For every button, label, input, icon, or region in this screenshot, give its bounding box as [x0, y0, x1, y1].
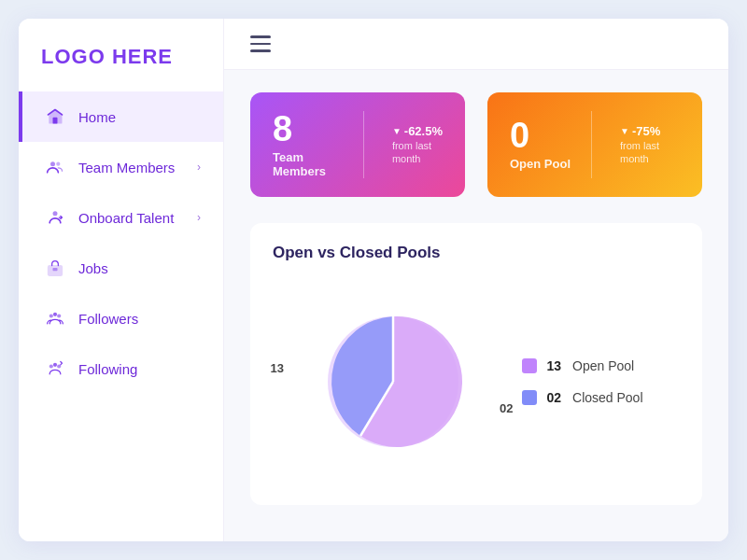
svg-point-9: [49, 364, 53, 368]
team-members-change-sub2: month: [392, 153, 421, 164]
svg-point-10: [53, 363, 57, 367]
sidebar-item-followers[interactable]: Followers: [19, 293, 223, 343]
logo: LOGO HERE: [19, 19, 223, 91]
chart-section: Open vs Closed Pools 13: [250, 223, 702, 505]
svg-rect-0: [53, 118, 58, 124]
open-pool-meta: ▼ -75% from last month: [620, 124, 660, 164]
sidebar-nav: Home Team Members ›: [19, 91, 223, 394]
open-pool-main: 0 Open Pool: [510, 118, 571, 171]
sidebar-item-onboard-talent[interactable]: Onboard Talent ›: [19, 192, 223, 243]
topbar: [224, 19, 728, 70]
team-members-number: 8: [273, 111, 343, 147]
stat-divider-1: [363, 111, 364, 178]
legend-item-open: 13 Open Pool: [522, 358, 642, 373]
sidebar-item-home[interactable]: Home: [19, 91, 223, 142]
team-members-meta: ▼ -62.5% from last month: [392, 124, 443, 164]
chart-area: 13: [273, 279, 680, 484]
down-triangle-icon: ▼: [392, 126, 402, 136]
sidebar-item-onboard-talent-label: Onboard Talent: [78, 210, 174, 226]
onboard-icon: [45, 207, 65, 228]
team-members-card: 8 Team Members ▼ -62.5% from last month: [250, 92, 465, 197]
hamburger-line-3: [250, 49, 271, 52]
followers-icon: [45, 308, 65, 329]
svg-point-1: [50, 161, 55, 166]
app-container: LOGO HERE Home: [19, 19, 728, 541]
team-members-label: Team Members: [273, 150, 343, 178]
svg-rect-5: [53, 268, 58, 271]
sidebar-item-followers-label: Followers: [78, 311, 138, 327]
legend-open-count: 13: [546, 358, 561, 373]
open-pool-change-sub1: from last: [620, 140, 659, 151]
team-members-change-sub1: from last: [392, 140, 431, 151]
stat-divider-2: [591, 111, 592, 178]
legend-closed-label: Closed Pool: [572, 390, 643, 405]
home-icon: [45, 106, 65, 127]
legend-dot-open: [522, 358, 537, 373]
open-pool-change: ▼ -75%: [620, 124, 660, 138]
pie-svg: [309, 298, 477, 466]
svg-point-3: [53, 211, 58, 216]
chevron-right-icon: ›: [197, 161, 201, 174]
open-pool-label: Open Pool: [510, 157, 571, 171]
hamburger-line-2: [250, 43, 271, 46]
pie-label-open: 13: [270, 361, 283, 375]
pie-chart: 13: [309, 298, 477, 466]
jobs-icon: [45, 258, 65, 278]
sidebar-item-following[interactable]: Following: [19, 343, 223, 394]
menu-button[interactable]: [250, 35, 271, 52]
down-triangle-icon-2: ▼: [620, 126, 629, 136]
svg-point-7: [53, 313, 57, 316]
stat-cards: 8 Team Members ▼ -62.5% from last month: [250, 92, 702, 197]
chart-title: Open vs Closed Pools: [273, 244, 680, 262]
chart-legend: 13 Open Pool 02 Closed Pool: [522, 358, 642, 405]
chevron-right-icon-2: ›: [197, 211, 201, 224]
open-pool-number: 0: [510, 118, 571, 153]
team-members-change: ▼ -62.5%: [392, 124, 443, 138]
open-pool-card: 0 Open Pool ▼ -75% from last month: [487, 92, 702, 197]
svg-point-8: [57, 314, 61, 317]
sidebar-item-jobs[interactable]: Jobs: [19, 243, 223, 293]
sidebar-item-jobs-label: Jobs: [78, 260, 108, 276]
hamburger-line-1: [250, 35, 271, 38]
svg-point-6: [49, 314, 53, 317]
sidebar-item-team-members[interactable]: Team Members ›: [19, 142, 223, 192]
svg-point-2: [56, 162, 60, 166]
open-pool-change-sub2: month: [620, 153, 649, 164]
legend-dot-closed: [522, 390, 537, 405]
legend-open-label: Open Pool: [572, 358, 634, 373]
dashboard-content: 8 Team Members ▼ -62.5% from last month: [224, 70, 728, 542]
team-icon: [45, 157, 65, 177]
team-members-main: 8 Team Members: [273, 111, 343, 178]
sidebar-item-following-label: Following: [78, 361, 137, 377]
main-content: 8 Team Members ▼ -62.5% from last month: [224, 19, 728, 541]
sidebar-item-home-label: Home: [78, 109, 116, 125]
sidebar-item-team-members-label: Team Members: [78, 160, 175, 175]
following-icon: [45, 358, 65, 379]
sidebar: LOGO HERE Home: [19, 19, 224, 541]
legend-item-closed: 02 Closed Pool: [522, 390, 642, 405]
legend-closed-count: 02: [546, 390, 561, 405]
pie-label-closed: 02: [500, 401, 513, 415]
